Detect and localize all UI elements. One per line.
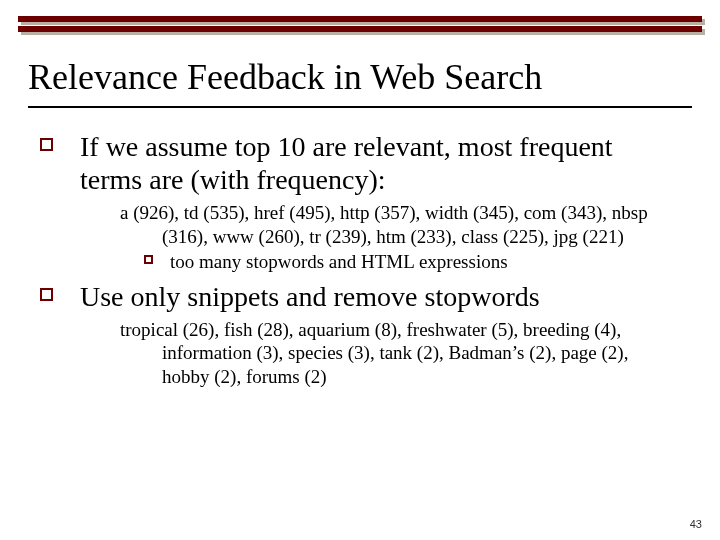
square-bullet-icon xyxy=(40,138,53,151)
square-bullet-icon xyxy=(40,288,53,301)
decorative-top-bars xyxy=(0,0,720,32)
slide-title: Relevance Feedback in Web Search xyxy=(28,58,692,98)
page-number: 43 xyxy=(690,518,702,530)
detail-text: tropical (26), fish (28), aquarium (8), … xyxy=(80,318,680,389)
bullet-text: If we assume top 10 are relevant, most f… xyxy=(80,131,613,196)
bullet-item: Use only snippets and remove stopwords t… xyxy=(40,280,680,389)
detail-text: a (926), td (535), href (495), http (357… xyxy=(80,201,680,249)
square-bullet-icon xyxy=(144,255,153,264)
sub-bullet-text: too many stopwords and HTML expressions xyxy=(170,251,508,272)
sub-bullet-item: too many stopwords and HTML expressions xyxy=(144,250,680,274)
slide: Relevance Feedback in Web Search If we a… xyxy=(0,0,720,540)
decorative-bar xyxy=(18,16,702,22)
bullet-item: If we assume top 10 are relevant, most f… xyxy=(40,130,680,274)
decorative-bar xyxy=(18,26,702,32)
slide-body: If we assume top 10 are relevant, most f… xyxy=(40,130,680,389)
bullet-text: Use only snippets and remove stopwords xyxy=(80,281,540,312)
title-underline xyxy=(28,106,692,108)
